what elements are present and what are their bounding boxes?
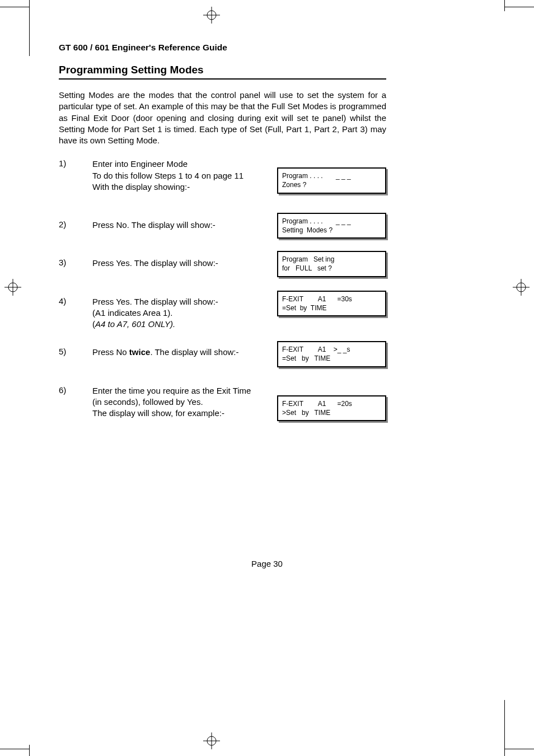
step-1: 1) Enter into Engineer Mode To do this f… <box>59 158 386 193</box>
crop-mark <box>0 7 29 7</box>
crop-mark <box>29 745 30 756</box>
registration-mark-icon <box>203 7 220 24</box>
step-2: 2) Press No. The display will show:- Pro… <box>59 220 386 231</box>
step-list: 1) Enter into Engineer Mode To do this f… <box>59 158 386 419</box>
step-6: 6) Enter the time you require as the Exi… <box>59 385 386 419</box>
lcd-display: F-EXIT A1 =20s >Set by TIME <box>277 395 386 421</box>
step-number: 5) <box>59 347 92 356</box>
crop-mark <box>505 7 534 7</box>
step-text: Press Yes. The display will show:- (A1 i… <box>92 296 260 330</box>
crop-mark <box>504 700 505 756</box>
crop-mark <box>505 749 534 749</box>
registration-mark-icon <box>4 279 21 296</box>
step-text: Press Yes. The display will show:- <box>92 258 260 269</box>
page-content: GT 600 / 601 Engineer's Reference Guide … <box>59 43 386 446</box>
intro-paragraph: Setting Modes are the modes that the con… <box>59 90 386 146</box>
lcd-display: Program . . . . _ _ _ Zones ? <box>277 167 386 193</box>
lcd-display: Program Set ing for FULL set ? <box>277 251 386 277</box>
registration-mark-icon <box>203 732 220 749</box>
crop-mark <box>29 0 30 56</box>
lcd-display: F-EXIT A1 >_ _s =Set by TIME <box>277 341 386 367</box>
step-5: 5) Press No twice. The display will show… <box>59 347 386 358</box>
crop-mark <box>0 749 29 749</box>
crop-mark <box>504 0 505 11</box>
step-number: 1) <box>59 158 92 168</box>
step-number: 4) <box>59 296 92 306</box>
step-4: 4) Press Yes. The display will show:- (A… <box>59 296 386 330</box>
section-heading: Programming Setting Modes <box>59 64 386 80</box>
step-number: 6) <box>59 385 92 395</box>
step-text: Press No. The display will show:- <box>92 220 260 231</box>
step-number: 3) <box>59 258 92 267</box>
step-text: Press No twice. The display will show:- <box>92 347 260 358</box>
lcd-display: Program . . . . _ _ _ Setting Modes ? <box>277 213 386 239</box>
running-header: GT 600 / 601 Engineer's Reference Guide <box>59 43 386 53</box>
step-number: 2) <box>59 220 92 229</box>
registration-mark-icon <box>513 279 530 296</box>
step-text: Enter the time you require as the Exit T… <box>92 385 260 419</box>
step-text: Enter into Engineer Mode To do this foll… <box>92 158 260 193</box>
step-3: 3) Press Yes. The display will show:- Pr… <box>59 258 386 269</box>
page-footer: Page 30 <box>0 559 534 568</box>
lcd-display: F-EXIT A1 =30s =Set by TIME <box>277 291 386 316</box>
